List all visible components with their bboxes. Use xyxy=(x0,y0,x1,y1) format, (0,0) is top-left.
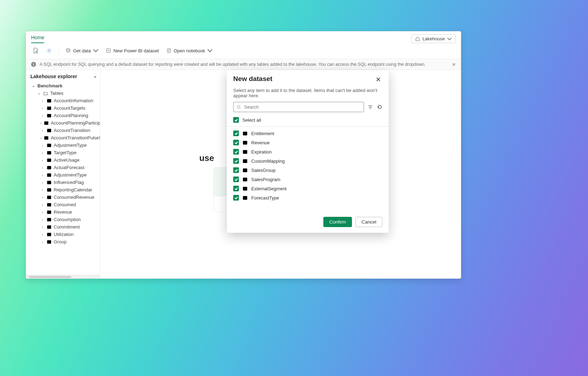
tree-table-item[interactable]: ›Utilization xyxy=(26,231,100,238)
table-icon xyxy=(47,113,52,118)
tree-table-item[interactable]: ›Revenue xyxy=(26,208,100,216)
chevron-right-icon: › xyxy=(40,143,45,147)
item-checkbox[interactable] xyxy=(233,195,239,201)
dataset-list-item[interactable]: ExternalSegment xyxy=(227,184,389,193)
table-name: AccountPlanningParticipa xyxy=(51,120,100,126)
chevron-down-icon xyxy=(93,48,99,53)
tree-root[interactable]: ⌄ Benchmark xyxy=(26,82,100,89)
dismiss-banner-button[interactable]: ✕ xyxy=(452,62,456,67)
sidebar-horizontal-scrollbar[interactable] xyxy=(26,275,100,278)
info-banner: i A SQL endpoint for SQL querying and a … xyxy=(26,59,461,70)
select-all-checkbox[interactable] xyxy=(233,117,239,123)
table-name: AdjustmentType xyxy=(54,143,87,148)
tree-table-item[interactable]: ›Group xyxy=(26,238,100,245)
dataset-list-item[interactable]: SalesGroup xyxy=(227,166,389,175)
chevron-right-icon: › xyxy=(40,188,45,192)
item-checkbox[interactable] xyxy=(233,149,239,155)
item-label: Revenue xyxy=(251,140,270,145)
item-checkbox[interactable] xyxy=(233,167,239,173)
search-input[interactable] xyxy=(244,104,361,110)
get-data-button[interactable]: Get data xyxy=(63,46,101,55)
table-icon xyxy=(47,98,52,103)
tree-table-item[interactable]: ›InfluencedFlag xyxy=(26,179,100,186)
close-dialog-button[interactable]: ✕ xyxy=(374,75,382,84)
dataset-list-item[interactable]: Revenue xyxy=(227,138,389,147)
dataset-list-item[interactable]: SalesProgram xyxy=(227,175,389,184)
table-icon xyxy=(242,140,248,145)
tree-tables-folder[interactable]: ⌄ Tables xyxy=(26,89,100,97)
lakehouse-icon xyxy=(415,36,420,41)
svg-line-12 xyxy=(240,108,241,109)
dataset-list-item[interactable]: CustomMapping xyxy=(227,156,389,166)
tables-label: Tables xyxy=(50,91,64,96)
explorer-tree[interactable]: ⌄ Benchmark ⌄ Tables ›AccountInformation… xyxy=(26,82,100,275)
item-label: SalesProgram xyxy=(251,177,280,182)
search-input-wrapper[interactable] xyxy=(233,102,364,112)
database-icon xyxy=(65,48,71,53)
tree-table-item[interactable]: ›AccountPlanningParticipa xyxy=(26,119,100,127)
tree-table-item[interactable]: ›Commitment xyxy=(26,223,100,231)
sidebar-title: Lakehouse explorer xyxy=(30,74,77,79)
new-item-button[interactable] xyxy=(30,46,41,55)
workspace-label: Lakehouse xyxy=(422,36,445,41)
tree-table-item[interactable]: ›ConsumedRevenue xyxy=(26,193,100,201)
workspace-switcher[interactable]: Lakehouse xyxy=(411,34,456,43)
table-name: Revenue xyxy=(54,209,72,215)
info-icon: i xyxy=(31,62,36,67)
tree-table-item[interactable]: ›AccountTransition xyxy=(26,127,100,134)
table-name: AccountInformation xyxy=(54,98,93,103)
tree-table-item[interactable]: ›ReportingCalendar xyxy=(26,186,100,193)
svg-point-6 xyxy=(66,48,70,50)
tree-table-item[interactable]: ›TargetType xyxy=(26,149,100,156)
tree-table-item[interactable]: ›AccountInformation xyxy=(26,97,100,104)
cancel-button[interactable]: Cancel xyxy=(355,217,382,227)
new-file-icon xyxy=(33,47,39,54)
refresh-button[interactable] xyxy=(377,104,382,110)
dialog-title: New dataset xyxy=(233,75,272,83)
collapse-sidebar-button[interactable]: « xyxy=(94,74,96,79)
item-checkbox[interactable] xyxy=(233,186,239,191)
dataset-list-item[interactable]: Expiration xyxy=(227,147,389,156)
filter-icon xyxy=(368,105,373,110)
table-icon xyxy=(242,131,248,136)
tree-table-item[interactable]: ›AdjustmentType xyxy=(26,141,100,149)
tab-home[interactable]: Home xyxy=(31,35,44,43)
chevron-right-icon: › xyxy=(40,158,45,162)
ribbon: Get data New Power BI dataset Open noteb… xyxy=(26,43,461,59)
dataset-list-item[interactable]: ForecastType xyxy=(227,193,389,202)
tree-table-item[interactable]: ›AdjustmentType xyxy=(26,171,100,179)
table-name: ConsumedRevenue xyxy=(54,195,94,200)
table-icon xyxy=(242,149,248,155)
table-name: AccountTransition xyxy=(54,128,90,133)
item-checkbox[interactable] xyxy=(233,140,239,145)
confirm-button[interactable]: Confirm xyxy=(323,217,352,227)
table-name: ActiveUsage xyxy=(54,157,80,163)
chevron-right-icon: › xyxy=(40,203,45,207)
table-icon xyxy=(242,168,248,173)
item-checkbox[interactable] xyxy=(233,131,239,136)
tree-table-item[interactable]: ›Consumed xyxy=(26,201,100,208)
tree-table-item[interactable]: ›Consumption xyxy=(26,216,100,223)
table-icon xyxy=(47,173,52,178)
tree-table-item[interactable]: ›AccountTargets xyxy=(26,104,100,112)
tree-table-item[interactable]: ›AccountTransitionPulseSu xyxy=(26,134,100,141)
top-bar: Home Lakehouse xyxy=(26,31,461,43)
tree-table-item[interactable]: ›ActiveUsage xyxy=(26,156,100,164)
open-notebook-button[interactable]: Open notebook xyxy=(164,46,215,55)
canvas-title-fragment: use xyxy=(199,153,214,163)
chevron-down-icon xyxy=(447,36,452,41)
new-powerbi-dataset-button[interactable]: New Power BI dataset xyxy=(104,46,161,55)
tree-table-item[interactable]: ›AccountPlanning xyxy=(26,112,100,119)
item-label: ExternalSegment xyxy=(251,186,287,191)
item-label: Entitlement xyxy=(251,131,274,136)
chevron-right-icon: › xyxy=(40,240,45,244)
filter-button[interactable] xyxy=(368,104,373,110)
item-checkbox[interactable] xyxy=(233,177,239,182)
dataset-item-list[interactable]: EntitlementRevenueExpirationCustomMappin… xyxy=(227,127,389,213)
dataset-list-item[interactable]: Entitlement xyxy=(227,129,389,138)
table-name: TargetType xyxy=(54,150,76,155)
settings-button[interactable] xyxy=(44,46,54,55)
tree-table-item[interactable]: ›ActualForecast xyxy=(26,164,100,171)
item-checkbox[interactable] xyxy=(233,158,239,164)
chevron-right-icon: › xyxy=(40,128,45,133)
